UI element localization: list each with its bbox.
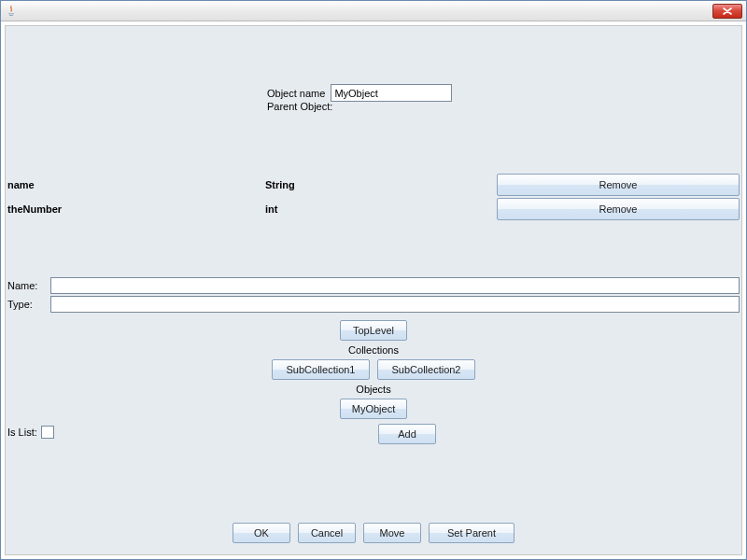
object-name-input[interactable] — [331, 84, 452, 102]
attr-type-label: String — [265, 179, 295, 190]
attribute-row: name String Remove — [6, 174, 741, 196]
subcollection-button[interactable]: SubCollection1 — [272, 359, 370, 380]
subcollection-button[interactable]: SubCollection2 — [377, 359, 475, 380]
objects-row: MyObject — [6, 399, 741, 419]
add-row: Add — [6, 424, 741, 444]
bottom-button-bar: OK Cancel Move Set Parent — [6, 523, 741, 543]
ok-button[interactable]: OK — [233, 523, 290, 543]
close-icon — [723, 7, 732, 15]
add-button[interactable]: Add — [378, 424, 436, 444]
remove-button[interactable]: Remove — [497, 198, 740, 220]
cancel-button[interactable]: Cancel — [298, 523, 356, 543]
object-button[interactable]: MyObject — [340, 399, 407, 419]
object-name-label: Object name — [267, 88, 325, 99]
name-field-label: Name: — [7, 280, 50, 291]
objects-heading: Objects — [6, 384, 741, 395]
content-panel: Object name Parent Object: name String R… — [5, 25, 742, 555]
attribute-row: theNumber int Remove — [6, 198, 741, 220]
window-close-button[interactable] — [712, 4, 742, 19]
toplevel-row: TopLevel — [6, 320, 741, 341]
name-field-input[interactable] — [50, 277, 740, 294]
parent-object-row: Parent Object: — [267, 101, 332, 112]
subcollections-row: SubCollection1 SubCollection2 — [6, 359, 741, 380]
type-field-label: Type: — [7, 299, 50, 310]
attr-name-label: theNumber — [7, 203, 62, 215]
type-field-row: Type: — [7, 295, 740, 314]
java-icon — [5, 5, 18, 18]
dialog-window: Object name Parent Object: name String R… — [0, 0, 747, 560]
move-button[interactable]: Move — [363, 523, 421, 543]
titlebar — [1, 1, 746, 21]
type-field-input[interactable] — [50, 296, 740, 313]
collections-heading: Collections — [6, 344, 741, 356]
titlebar-left — [5, 5, 18, 18]
name-field-row: Name: — [7, 276, 740, 295]
attr-name-label: name — [7, 179, 35, 190]
remove-button[interactable]: Remove — [497, 174, 740, 196]
parent-object-label: Parent Object: — [267, 101, 332, 112]
object-name-row: Object name — [267, 84, 452, 102]
attr-type-label: int — [265, 203, 277, 215]
toplevel-button[interactable]: TopLevel — [340, 320, 407, 341]
set-parent-button[interactable]: Set Parent — [429, 523, 514, 543]
